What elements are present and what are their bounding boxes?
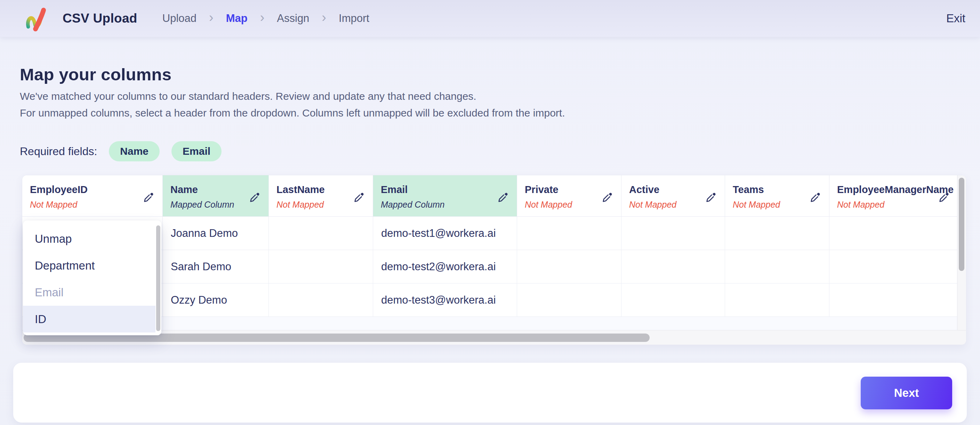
table-cell [829,283,957,317]
column-header-employeemanagername[interactable]: EmployeeManagerNameNot Mapped [829,175,957,216]
table-cell [829,250,957,283]
required-fields-row: Required fields: NameEmail [20,141,221,161]
table-cell: Joanna Demo [163,216,269,250]
chevron-right-icon: › [209,11,213,24]
column-header-active[interactable]: ActiveNot Mapped [622,175,725,216]
edit-column-icon[interactable] [353,191,366,204]
breadcrumb-step-assign[interactable]: Assign [277,12,309,25]
column-mapping-status: Not Mapped [525,200,600,210]
edit-column-icon[interactable] [496,191,510,204]
mapping-table: EmployeeIDNot MappedNameMapped ColumnLas… [22,175,966,345]
table-cell [269,250,373,283]
column-mapping-dropdown: UnmapDepartmentEmailID [23,221,161,335]
dropdown-option-unmap[interactable]: Unmap [23,225,156,252]
page-subtitle-line2: For unmapped columns, select a header fr… [20,107,565,119]
dropdown-option-email: Email [23,279,156,306]
column-mapping-status: Not Mapped [837,200,936,210]
column-name: Private [525,184,600,196]
column-mapping-status: Mapped Column [381,200,495,210]
dropdown-scrollbar-track[interactable] [156,221,161,335]
workera-logo-icon [22,5,55,32]
table-cell [622,216,725,250]
table-cell: demo-test2@workera.ai [373,250,517,283]
edit-column-icon[interactable] [937,191,951,204]
chevron-right-icon: › [322,11,326,24]
edit-column-icon[interactable] [809,191,822,204]
mapping-table-scroll-area: EmployeeIDNot MappedNameMapped ColumnLas… [22,175,957,330]
column-name: Name [170,184,247,196]
column-name: Email [381,184,495,196]
column-header-private[interactable]: PrivateNot Mapped [517,175,622,216]
column-mapping-status: Not Mapped [277,200,351,210]
breadcrumb-step-import[interactable]: Import [339,12,369,25]
vertical-scrollbar-thumb[interactable] [959,178,964,271]
column-name: Teams [733,184,808,196]
column-header-email[interactable]: EmailMapped Column [373,175,517,216]
top-bar: CSV Upload Upload›Map›Assign›Import Exit [0,0,980,37]
table-row: Joanna Demodemo-test1@workera.ai [22,216,957,250]
page-title: Map your columns [20,65,172,84]
table-partial-row [22,317,957,330]
table-cell [622,283,725,317]
exit-button[interactable]: Exit [946,12,966,25]
column-mapping-status: Mapped Column [170,200,247,210]
column-header-employeeid[interactable]: EmployeeIDNot Mapped [22,175,163,216]
required-fields-label: Required fields: [20,145,97,158]
table-cell [725,250,829,283]
table-cell [517,283,622,317]
table-cell: Ozzy Demo [163,283,269,317]
column-header-teams[interactable]: TeamsNot Mapped [725,175,829,216]
edit-column-icon[interactable] [601,191,614,204]
breadcrumb-step-upload[interactable]: Upload [162,12,196,25]
dropdown-option-department[interactable]: Department [23,252,156,279]
table-header-row: EmployeeIDNot MappedNameMapped ColumnLas… [22,175,957,216]
required-field-badge-name: Name [109,141,160,161]
table-cell [725,216,829,250]
next-button[interactable]: Next [861,377,952,409]
page-subtitle-line1: We've matched your columns to our standa… [20,91,476,102]
table-cell [829,216,957,250]
horizontal-scrollbar-track[interactable] [22,330,966,345]
table-cell [622,250,725,283]
table-cell: demo-test3@workera.ai [373,283,517,317]
edit-column-icon[interactable] [248,191,261,204]
dropdown-option-id[interactable]: ID [23,306,156,333]
required-field-badge-email: Email [172,141,221,161]
edit-column-icon[interactable] [705,191,718,204]
edit-column-icon[interactable] [142,191,156,204]
table-cell [269,216,373,250]
table-row: Ozzy Demodemo-test3@workera.ai [22,283,957,317]
column-name: LastName [277,184,351,196]
table-row: Sarah Demodemo-test2@workera.ai [22,250,957,283]
breadcrumb-step-map[interactable]: Map [226,12,248,25]
breadcrumb: Upload›Map›Assign›Import [162,12,369,25]
table-cell [517,250,622,283]
column-header-name[interactable]: NameMapped Column [163,175,269,216]
column-mapping-status: Not Mapped [733,200,808,210]
chevron-right-icon: › [260,11,265,24]
column-name: Active [629,184,703,196]
column-name: EmployeeManagerName [837,184,936,196]
table-cell [725,283,829,317]
column-header-lastname[interactable]: LastNameNot Mapped [269,175,373,216]
table-cell [269,283,373,317]
table-cell [517,216,622,250]
app-title: CSV Upload [63,11,137,26]
column-name: EmployeeID [30,184,141,196]
table-cell: demo-test1@workera.ai [373,216,517,250]
footer-bar: Next [13,363,967,423]
dropdown-scrollbar-thumb[interactable] [156,225,160,331]
column-mapping-status: Not Mapped [629,200,703,210]
vertical-scrollbar-track[interactable] [957,175,966,330]
column-mapping-status: Not Mapped [30,200,141,210]
table-cell: Sarah Demo [163,250,269,283]
